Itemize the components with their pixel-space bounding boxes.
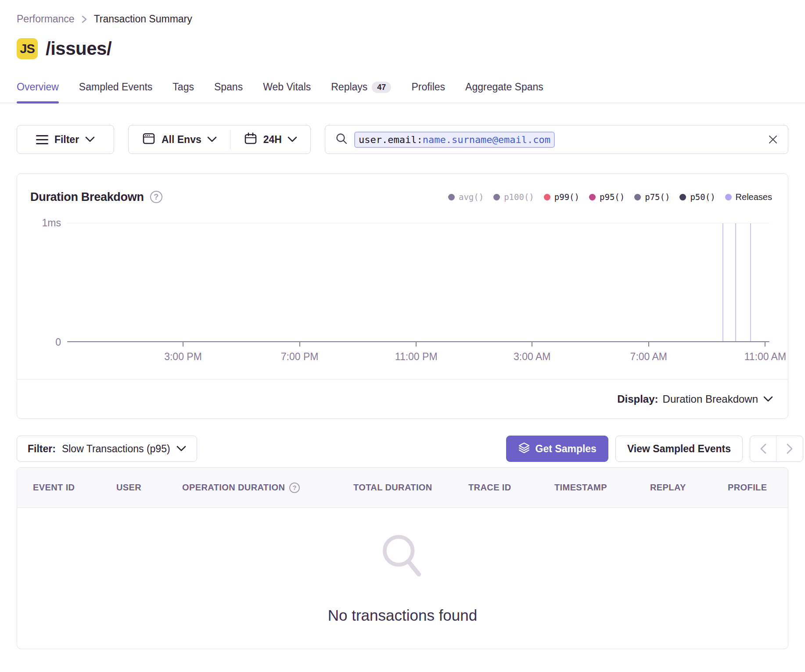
time-range-selector[interactable]: 24H <box>230 125 310 154</box>
empty-search-icon <box>378 533 427 589</box>
x-axis-label: 7:00 AM <box>630 351 667 363</box>
release-marker-line[interactable] <box>750 223 751 342</box>
time-range-label: 24H <box>263 134 282 146</box>
x-axis-tick <box>416 342 417 347</box>
legend-dot <box>448 194 455 200</box>
tab-sampled-events[interactable]: Sampled Events <box>79 81 152 103</box>
tab-tags[interactable]: Tags <box>172 81 194 103</box>
search-token-value: name.surname@email.com <box>423 134 550 145</box>
x-axis-label: 3:00 AM <box>514 351 550 363</box>
tab-aggregate-spans[interactable]: Aggregate Spans <box>465 81 543 103</box>
chevron-down-icon <box>85 136 95 143</box>
chevron-left-icon <box>759 443 767 454</box>
legend-dot <box>493 194 500 200</box>
chart-legend: avg() p100() p99() p95() p75() p50() Rel… <box>448 192 772 202</box>
tab-web-vitals[interactable]: Web Vitals <box>263 81 311 103</box>
transactions-table: Event ID User Operation Duration? Total … <box>17 467 788 649</box>
tab-aggregate-spans-label: Aggregate Spans <box>465 81 543 93</box>
breadcrumb: Performance Transaction Summary <box>0 13 805 25</box>
legend-item-releases[interactable]: Releases <box>725 192 772 202</box>
transaction-summary-page: Performance Transaction Summary JS /issu… <box>0 0 805 672</box>
x-axis-label: 7:00 PM <box>281 351 319 363</box>
display-value: Duration Breakdown <box>663 393 758 405</box>
samples-filter-dropdown[interactable]: Filter: Slow Transactions (p95) <box>17 436 197 462</box>
table-header-row: Event ID User Operation Duration? Total … <box>17 468 788 508</box>
help-icon[interactable]: ? <box>150 191 162 203</box>
column-user: User <box>116 483 182 493</box>
legend-item-avg[interactable]: avg() <box>448 192 484 202</box>
column-profile: Profile <box>728 483 772 493</box>
search-icon <box>335 132 348 147</box>
tab-replays[interactable]: Replays 47 <box>331 81 391 103</box>
chart-title: Duration Breakdown <box>30 190 144 204</box>
calendar-icon <box>244 132 258 147</box>
display-selector-row: Display: Duration Breakdown <box>17 379 788 419</box>
column-event-id: Event ID <box>33 483 116 493</box>
view-sampled-events-button[interactable]: View Sampled Events <box>615 436 743 462</box>
x-axis-label: 3:00 PM <box>164 351 202 363</box>
title-row: JS /issues/ <box>0 38 805 59</box>
replays-count-badge: 47 <box>372 82 391 93</box>
gridline-1ms <box>67 223 769 223</box>
legend-label: p100() <box>504 192 534 202</box>
column-trace-id: Trace ID <box>468 483 554 493</box>
filter-button-label: Filter <box>54 134 79 146</box>
legend-label: p75() <box>645 192 670 202</box>
chevron-right-icon <box>786 443 794 454</box>
search-input[interactable]: user.email:name.surname@email.com <box>325 125 788 154</box>
help-icon[interactable]: ? <box>289 483 300 493</box>
display-label: Display: <box>617 393 658 405</box>
column-total-duration: Total Duration <box>353 483 468 493</box>
tab-tags-label: Tags <box>172 81 194 93</box>
x-axis-line <box>67 341 769 342</box>
layers-icon <box>518 442 530 456</box>
x-axis-tick <box>299 342 300 347</box>
legend-dot <box>679 194 686 200</box>
x-axis-label: 11:00 PM <box>395 351 438 363</box>
tab-overview-label: Overview <box>17 81 59 93</box>
get-samples-label: Get Samples <box>535 443 597 455</box>
clear-search-icon[interactable] <box>768 134 778 145</box>
view-sampled-events-label: View Sampled Events <box>627 443 731 455</box>
legend-label: Releases <box>736 192 772 202</box>
column-replay: Replay <box>650 483 728 493</box>
column-operation-duration-label: Operation Duration <box>182 483 285 493</box>
tab-overview[interactable]: Overview <box>17 81 59 103</box>
display-dropdown[interactable]: Duration Breakdown <box>663 393 773 405</box>
legend-item-p75[interactable]: p75() <box>634 192 670 202</box>
chevron-down-icon <box>288 136 297 143</box>
chart-plot-area[interactable]: 1ms 0 3:00 PM 7:00 PM 11:00 PM 3:00 AM 7… <box>67 223 769 342</box>
chevron-down-icon <box>176 446 186 452</box>
legend-item-p100[interactable]: p100() <box>493 192 534 202</box>
legend-item-p95[interactable]: p95() <box>589 192 625 202</box>
tab-profiles[interactable]: Profiles <box>411 81 445 103</box>
legend-label: p50() <box>690 192 715 202</box>
legend-item-p99[interactable]: p99() <box>544 192 579 202</box>
next-page-button[interactable] <box>776 436 803 461</box>
legend-dot <box>725 194 732 200</box>
legend-dot <box>634 194 641 200</box>
get-samples-button[interactable]: Get Samples <box>506 436 608 462</box>
previous-page-button[interactable] <box>750 436 776 461</box>
y-axis-label-bottom: 0 <box>30 336 61 348</box>
tab-profiles-label: Profiles <box>411 81 445 93</box>
column-timestamp: Timestamp <box>554 483 650 493</box>
search-token-key: user.email: <box>359 134 423 145</box>
filter-button[interactable]: Filter <box>17 125 114 154</box>
search-filter-token[interactable]: user.email:name.surname@email.com <box>354 132 555 148</box>
legend-item-p50[interactable]: p50() <box>679 192 715 202</box>
chevron-down-icon <box>207 136 217 143</box>
breadcrumb-performance[interactable]: Performance <box>17 13 75 25</box>
window-icon <box>142 132 156 147</box>
legend-label: p99() <box>554 192 579 202</box>
tab-spans[interactable]: Spans <box>214 81 243 103</box>
tab-sampled-events-label: Sampled Events <box>79 81 152 93</box>
environment-selector[interactable]: All Envs <box>129 125 230 154</box>
tab-spans-label: Spans <box>214 81 243 93</box>
breadcrumb-transaction-summary: Transaction Summary <box>94 13 192 25</box>
pagination <box>750 436 803 462</box>
legend-label: p95() <box>600 192 625 202</box>
release-marker-line[interactable] <box>735 223 736 342</box>
release-marker-line[interactable] <box>722 223 723 342</box>
samples-filter-value: Slow Transactions (p95) <box>62 443 170 455</box>
